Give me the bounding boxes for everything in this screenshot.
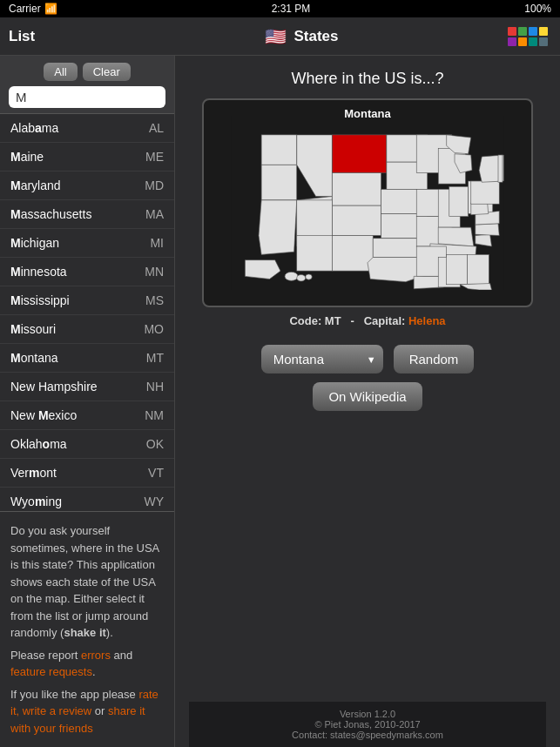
info-paragraph-2: Please report errors and feature request… xyxy=(10,647,164,681)
svg-rect-33 xyxy=(467,254,489,284)
state-name: Wyoming xyxy=(10,495,62,508)
color-dot-4 xyxy=(539,27,548,36)
state-name: Minnesota xyxy=(10,265,67,279)
color-dot-5 xyxy=(508,37,516,46)
state-abbr: OK xyxy=(146,437,164,451)
code-value: MT xyxy=(325,314,341,327)
random-button[interactable]: Random xyxy=(394,345,475,374)
list-item[interactable]: Montana MT xyxy=(0,344,174,373)
list-item[interactable]: Maine ME xyxy=(0,143,174,172)
feature-requests-link[interactable]: feature requests xyxy=(10,665,92,678)
svg-marker-36 xyxy=(476,224,500,236)
question-title: Where in the US is...? xyxy=(291,70,443,88)
svg-rect-6 xyxy=(332,135,387,173)
info-paragraph-3: If you like the app please rate it, writ… xyxy=(10,686,164,737)
wifi-icon: 📶 xyxy=(44,3,57,15)
svg-rect-41 xyxy=(498,155,503,182)
state-name: Missouri xyxy=(10,322,56,336)
state-name: Maryland xyxy=(10,178,61,192)
color-dot-1 xyxy=(508,27,516,36)
svg-rect-25 xyxy=(449,186,469,216)
svg-rect-1 xyxy=(261,135,297,165)
main-content: All Clear Alabama AL Maine ME Maryland M… xyxy=(0,56,560,747)
color-dot-7 xyxy=(529,37,537,46)
state-name: Vermont xyxy=(10,466,57,480)
search-area: All Clear xyxy=(0,56,174,114)
status-carrier: Carrier 📶 xyxy=(9,3,57,15)
state-abbr: MA xyxy=(145,207,164,221)
footer-copyright: © Piet Jonas, 2010-2017 xyxy=(196,719,539,730)
list-item[interactable]: Wyoming WY xyxy=(0,488,174,511)
list-item[interactable]: Alabama AL xyxy=(0,114,174,143)
state-name: Mississippi xyxy=(10,293,70,307)
footer-contact: Contact: states@speedymarks.com xyxy=(196,730,539,740)
wikipedia-button[interactable]: On Wikipedia xyxy=(313,382,422,411)
list-item[interactable]: New Hampshire NH xyxy=(0,373,174,401)
list-item[interactable]: Minnesota MN xyxy=(0,258,174,286)
state-dropdown[interactable]: Montana xyxy=(261,345,383,374)
svg-marker-27 xyxy=(438,227,474,246)
usa-map xyxy=(219,116,516,290)
state-abbr: NM xyxy=(145,408,164,422)
svg-rect-11 xyxy=(332,236,373,272)
state-abbr: MI xyxy=(150,236,164,250)
nav-center: 🇺🇸 States xyxy=(265,26,338,47)
state-name: Massachusetts xyxy=(10,207,91,221)
map-container: Montana xyxy=(202,98,533,307)
state-abbr: MD xyxy=(145,178,164,192)
left-panel: All Clear Alabama AL Maine ME Maryland M… xyxy=(0,56,175,747)
status-bar: Carrier 📶 2:31 PM 100% xyxy=(0,0,560,17)
svg-rect-9 xyxy=(297,200,333,241)
code-label: Code: xyxy=(289,314,321,327)
nav-bar: List 🇺🇸 States xyxy=(0,17,560,56)
svg-rect-2 xyxy=(261,165,297,200)
svg-rect-7 xyxy=(332,173,381,206)
list-item[interactable]: Vermont VT xyxy=(0,459,174,488)
list-item[interactable]: Mississippi MS xyxy=(0,286,174,315)
state-abbr: MT xyxy=(146,351,164,365)
state-name: Alabama xyxy=(10,121,58,135)
state-abbr: MS xyxy=(145,293,164,307)
svg-rect-39 xyxy=(471,181,500,204)
list-item[interactable]: Oklahoma OK xyxy=(0,430,174,459)
svg-marker-3 xyxy=(259,200,297,255)
svg-point-44 xyxy=(297,275,306,282)
list-item[interactable]: New Mexico NM xyxy=(0,401,174,430)
nav-left-title: List xyxy=(9,28,96,45)
color-dot-3 xyxy=(529,27,537,36)
state-dropdown-wrapper: Montana ▼ xyxy=(261,345,383,374)
carrier-text: Carrier xyxy=(9,3,41,15)
nav-title: States xyxy=(293,28,338,45)
color-dot-6 xyxy=(518,37,527,46)
filter-buttons: All Clear xyxy=(9,63,165,81)
svg-rect-8 xyxy=(332,205,381,235)
right-panel: Where in the US is...? Montana xyxy=(175,56,560,747)
list-item[interactable]: Maryland MD xyxy=(0,172,174,200)
state-abbr: AL xyxy=(149,121,164,135)
left-info: Do you ask yourself sometimes, where in … xyxy=(0,511,174,747)
svg-point-43 xyxy=(285,272,298,280)
state-name: New Mexico xyxy=(10,408,77,422)
state-abbr: WY xyxy=(144,495,164,508)
footer: Version 1.2.0 © Piet Jonas, 2010-2017 Co… xyxy=(189,702,546,747)
state-abbr: MN xyxy=(145,265,164,279)
list-item[interactable]: Michigan MI xyxy=(0,229,174,258)
state-name: New Hampshire xyxy=(10,380,98,394)
capital-label: Capital: xyxy=(364,314,406,327)
state-name: Michigan xyxy=(10,236,59,250)
svg-rect-32 xyxy=(447,254,468,284)
capital-value: Helena xyxy=(408,314,446,327)
search-input[interactable] xyxy=(9,86,165,108)
svg-rect-10 xyxy=(297,236,333,272)
errors-link[interactable]: errors xyxy=(81,649,111,662)
state-name: Oklahoma xyxy=(10,437,67,451)
state-abbr: VT xyxy=(148,466,164,480)
all-button[interactable]: All xyxy=(44,63,77,81)
battery-text: 100% xyxy=(524,3,551,15)
svg-point-45 xyxy=(306,274,313,279)
list-item[interactable]: Missouri MO xyxy=(0,315,174,344)
list-item[interactable]: Massachusetts MA xyxy=(0,200,174,229)
color-dot-2 xyxy=(518,27,527,36)
color-dot-8 xyxy=(539,37,548,46)
clear-button[interactable]: Clear xyxy=(83,63,131,81)
